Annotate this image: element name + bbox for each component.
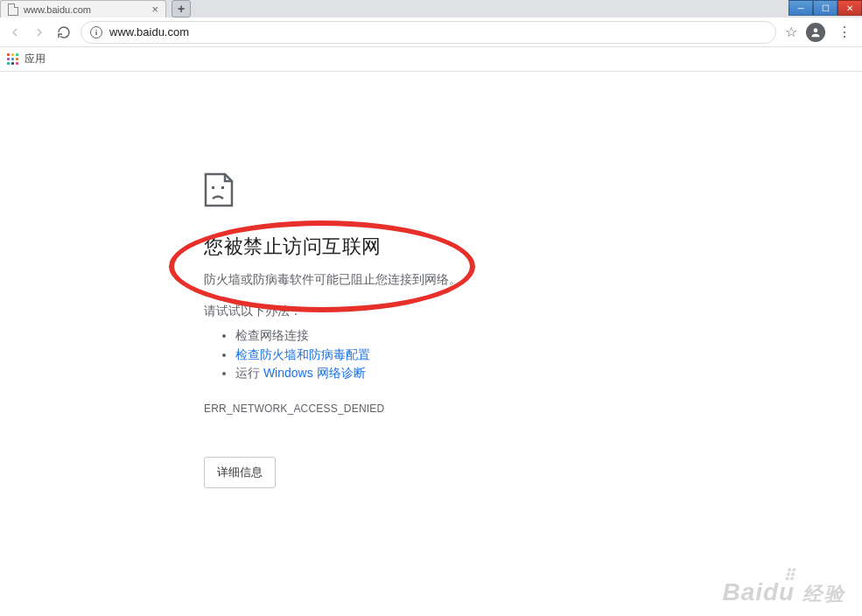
- svg-point-0: [814, 28, 818, 32]
- url-text: www.baidu.com: [109, 25, 189, 38]
- back-button[interactable]: [7, 24, 23, 40]
- suggestions-list: 检查网络连接 检查防火墙和防病毒配置 运行 Windows 网络诊断: [204, 326, 862, 383]
- window-controls: ─ ☐ ✕: [788, 0, 862, 16]
- tab-strip: www.baidu.com × +: [0, 0, 862, 18]
- browser-tab[interactable]: www.baidu.com ×: [0, 0, 166, 18]
- tab-title: www.baidu.com: [24, 4, 146, 15]
- watermark-text: 经验: [802, 583, 846, 605]
- page-icon: [8, 4, 18, 16]
- window-minimize-button[interactable]: ─: [788, 0, 813, 16]
- watermark: ⠿ Baidu 经验: [722, 578, 846, 607]
- paw-icon: ⠿: [783, 566, 795, 585]
- apps-icon[interactable]: [7, 53, 19, 66]
- error-code: ERR_NETWORK_ACCESS_DENIED: [204, 402, 862, 415]
- suggestion-item: 运行 Windows 网络诊断: [235, 364, 862, 383]
- suggestion-item: 检查防火墙和防病毒配置: [235, 346, 862, 365]
- firewall-config-link[interactable]: 检查防火墙和防病毒配置: [235, 347, 370, 361]
- profile-button[interactable]: [806, 23, 825, 42]
- new-tab-button[interactable]: +: [172, 0, 191, 18]
- bookmarks-bar: 应用: [0, 47, 862, 72]
- window-close-button[interactable]: ✕: [837, 0, 862, 16]
- sad-page-icon: [204, 172, 235, 207]
- svg-rect-2: [221, 186, 224, 189]
- site-info-icon[interactable]: i: [90, 26, 102, 38]
- toolbar: i www.baidu.com ☆ ⋮: [0, 18, 862, 47]
- forward-button[interactable]: [32, 24, 47, 40]
- address-bar[interactable]: i www.baidu.com: [81, 21, 776, 44]
- menu-button[interactable]: ⋮: [834, 24, 855, 40]
- try-label: 请试试以下办法：: [204, 304, 862, 319]
- suggestion-item: 检查网络连接: [235, 326, 862, 346]
- error-page: 您被禁止访问互联网 防火墙或防病毒软件可能已阻止您连接到网络。 请试试以下办法：…: [0, 72, 862, 488]
- error-subtext: 防火墙或防病毒软件可能已阻止您连接到网络。: [204, 272, 862, 288]
- svg-rect-1: [212, 186, 214, 189]
- window-maximize-button[interactable]: ☐: [813, 0, 837, 16]
- windows-diagnostics-link[interactable]: Windows 网络诊断: [263, 366, 366, 380]
- tab-close-button[interactable]: ×: [151, 3, 158, 16]
- error-heading: 您被禁止访问互联网: [204, 234, 862, 260]
- details-button[interactable]: 详细信息: [204, 457, 276, 488]
- bookmark-star-icon[interactable]: ☆: [785, 24, 797, 40]
- reload-button[interactable]: [56, 24, 72, 40]
- apps-label[interactable]: 应用: [25, 52, 46, 66]
